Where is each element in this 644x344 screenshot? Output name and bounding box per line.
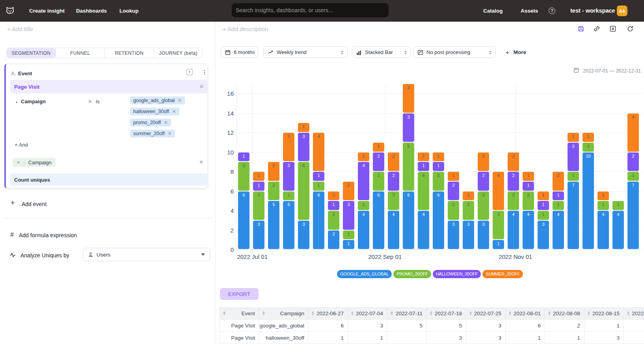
bar-segment[interactable]: 1 xyxy=(343,240,354,249)
sort-icon[interactable] xyxy=(548,311,551,315)
more-options-icon[interactable]: ⋮ xyxy=(202,69,207,75)
remove-value-icon[interactable]: ✕ xyxy=(172,109,176,114)
event-name[interactable]: Page Visit xyxy=(14,84,39,90)
bar-segment[interactable]: 3 xyxy=(478,221,489,249)
table-column-header[interactable]: 2022-07-11 xyxy=(387,308,427,320)
bar-segment[interactable]: 4 xyxy=(553,211,564,249)
bar-segment[interactable]: 4 xyxy=(627,113,639,152)
analyze-by-select[interactable]: Users xyxy=(83,248,210,261)
bar-segment[interactable]: 1 xyxy=(553,192,564,201)
bar-segment[interactable]: 2 xyxy=(448,182,459,201)
bar-segment[interactable]: 1 xyxy=(597,192,609,201)
bar-segment[interactable]: 4 xyxy=(358,211,369,249)
help-icon[interactable]: ? xyxy=(549,7,555,14)
legend-item[interactable]: GOOGLE_ADS_GLOBAL xyxy=(337,270,392,278)
nav-create-insight[interactable]: Create insight xyxy=(29,0,65,22)
bar-segment[interactable]: 3 xyxy=(253,221,264,249)
bar-segment[interactable]: 3 xyxy=(568,143,579,171)
bar-segment[interactable]: 2 xyxy=(328,211,339,230)
nav-lookup[interactable]: Lookup xyxy=(119,0,139,22)
table-column-header[interactable]: 2022-07-18 xyxy=(427,308,466,320)
bar-segment[interactable]: 3 xyxy=(343,201,354,229)
bar-segment[interactable]: 2 xyxy=(328,231,339,249)
remove-filter-icon[interactable]: ✕ xyxy=(88,99,92,104)
table-column-header[interactable]: 2022-08-15 xyxy=(584,308,624,320)
bar-segment[interactable]: 3 xyxy=(403,84,414,112)
bar-segment[interactable]: 2 xyxy=(508,192,519,210)
bar-segment[interactable]: 1 xyxy=(418,162,429,171)
bar-segment[interactable]: 2 xyxy=(448,201,459,220)
bar-segment[interactable]: 2 xyxy=(508,152,519,171)
bar-segment[interactable]: 1 xyxy=(538,192,549,201)
table-column-header[interactable]: 2022-08-08 xyxy=(545,308,584,320)
workspace-name[interactable]: test - workspace xyxy=(570,0,615,22)
bar-segment[interactable]: 1 xyxy=(493,240,504,249)
sort-icon[interactable] xyxy=(391,311,393,315)
export-button[interactable]: EXPORT xyxy=(220,288,259,300)
tab-segmentation[interactable]: SEGMENTATION xyxy=(7,48,56,58)
bar-segment[interactable]: 1 xyxy=(568,133,579,142)
bar-segment[interactable]: 5 xyxy=(283,201,294,249)
bar-segment[interactable]: 3 xyxy=(538,221,549,249)
nav-assets[interactable]: Assets xyxy=(521,0,538,22)
bar-segment[interactable]: 1 xyxy=(627,172,639,181)
bar-segment[interactable]: 3 xyxy=(298,133,309,161)
bar-segment[interactable]: 1 xyxy=(253,172,264,181)
post-processing-select[interactable]: No post processing xyxy=(413,46,496,58)
bar-segment[interactable]: 4 xyxy=(418,172,429,210)
nav-dashboards[interactable]: Dashboards xyxy=(76,0,107,22)
table-column-header[interactable]: 2022-06-27 xyxy=(309,308,348,320)
sort-icon[interactable] xyxy=(351,311,354,315)
bar-segment[interactable]: 2 xyxy=(463,201,474,220)
bar-segment[interactable]: 6 xyxy=(298,162,309,220)
bar-segment[interactable]: 1 xyxy=(298,123,309,132)
bar-segment[interactable]: 3 xyxy=(283,133,294,161)
bar-segment[interactable]: 2 xyxy=(388,172,399,191)
sort-icon[interactable] xyxy=(469,311,472,315)
bar-segment[interactable]: 1 xyxy=(283,192,294,201)
table-column-header[interactable]: 2022-07-04 xyxy=(348,308,387,320)
bar-segment[interactable]: 1 xyxy=(313,172,324,181)
filter-value-chip[interactable]: promo_20off✕ xyxy=(130,119,171,126)
bar-segment[interactable]: 4 xyxy=(313,133,324,171)
legend-item[interactable]: SUMMER_20OFF xyxy=(482,270,523,278)
bar-segment[interactable]: 2 xyxy=(268,162,279,181)
sort-icon[interactable] xyxy=(588,311,590,315)
tab-retention[interactable]: RETENTION xyxy=(104,48,154,58)
sort-icon[interactable] xyxy=(312,311,314,315)
filter-value-chip[interactable]: summer_20off✕ xyxy=(130,130,175,138)
bar-segment[interactable]: 1 xyxy=(523,172,534,181)
add-title-button[interactable]: + Add title xyxy=(7,26,33,32)
avatar[interactable]: AA xyxy=(617,6,627,16)
table-column-header[interactable]: Campaign xyxy=(259,308,309,320)
bar-segment[interactable]: 2 xyxy=(553,172,564,191)
sort-icon[interactable] xyxy=(223,311,225,315)
bar-segment[interactable]: 6 xyxy=(403,192,414,249)
bar-segment[interactable]: 1 xyxy=(253,182,264,191)
bar-segment[interactable]: 1 xyxy=(373,143,384,152)
legend-item[interactable]: HALLOWEEN_30OFF xyxy=(433,270,481,278)
bar-segment[interactable]: 3 xyxy=(283,162,294,190)
remove-breakdown-icon[interactable]: ✕ xyxy=(17,160,20,165)
bar-segment[interactable]: 1 xyxy=(343,231,354,240)
table-column-header[interactable]: 2022-08-01 xyxy=(506,308,545,320)
remove-value-icon[interactable]: ✕ xyxy=(178,98,182,103)
bar-segment[interactable]: 1 xyxy=(418,152,429,162)
bar-segment[interactable]: 1 xyxy=(358,201,369,210)
bar-segment[interactable]: 3 xyxy=(448,221,459,249)
add-formula-button[interactable]: Add formula expression xyxy=(19,232,77,238)
remove-value-icon[interactable]: ✕ xyxy=(168,131,172,136)
event-row[interactable]: Page Visit ✕ xyxy=(10,80,207,93)
bar-segment[interactable]: 3 xyxy=(463,221,474,249)
bar-segment[interactable]: 1 xyxy=(597,201,609,210)
bar-segment[interactable]: 1 xyxy=(433,162,444,171)
sort-icon[interactable] xyxy=(430,311,432,315)
sort-icon[interactable] xyxy=(509,311,511,315)
bar-segment[interactable]: 5 xyxy=(268,201,279,249)
more-button[interactable]: + More xyxy=(506,46,526,58)
save-icon[interactable] xyxy=(577,25,584,32)
add-description-button[interactable]: + Add description xyxy=(223,26,268,32)
bar-segment[interactable]: 2 xyxy=(478,152,489,171)
filter-value-chip[interactable]: google_ads_global✕ xyxy=(130,97,185,104)
remove-value-icon[interactable]: ✕ xyxy=(164,120,168,125)
